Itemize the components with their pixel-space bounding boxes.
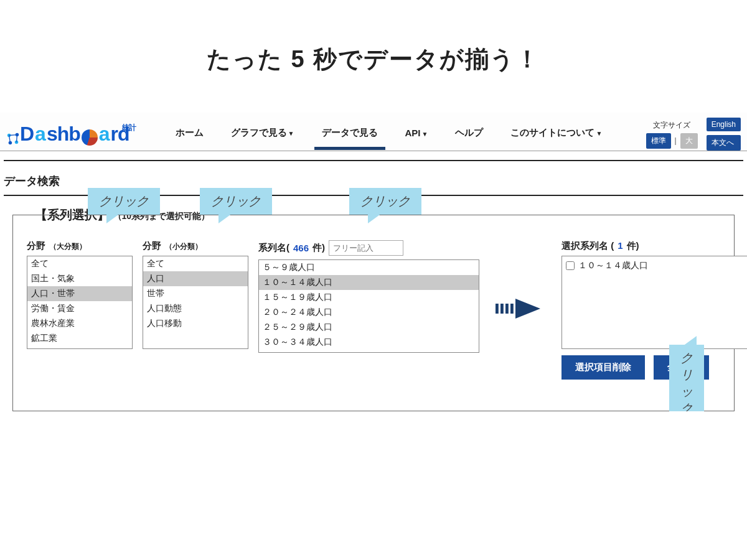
pie-icon bbox=[82, 129, 98, 146]
callout-click: クリック bbox=[349, 188, 421, 215]
list-option[interactable]: 鉱工業 bbox=[27, 331, 132, 346]
nav: ホーム グラフで見る▼ データで見る API▼ ヘルプ このサイトについて▼ bbox=[173, 118, 605, 150]
minor-label: 分野 bbox=[143, 240, 161, 252]
list-option[interactable]: ３５～３９歳人口 bbox=[259, 350, 479, 353]
list-option[interactable]: ２０～２４歳人口 bbox=[259, 305, 479, 320]
list-option[interactable]: 人口移動 bbox=[143, 316, 248, 331]
arrow-icon bbox=[496, 296, 545, 324]
major-listbox[interactable]: 全て国土・気象人口・世帯労働・賃金農林水産業鉱工業商業・サービス業 bbox=[27, 256, 133, 349]
minor-sublabel: （小分類） bbox=[165, 241, 202, 252]
font-size-standard-button[interactable]: 標準 bbox=[646, 133, 671, 149]
callout-click: クリック bbox=[669, 345, 704, 411]
selected-item-checkbox[interactable] bbox=[566, 261, 575, 270]
chevron-down-icon: ▼ bbox=[422, 131, 428, 138]
selected-item-label: １０～１４歳人口 bbox=[578, 260, 648, 271]
list-option[interactable]: 世帯 bbox=[143, 286, 248, 301]
callout-click: クリック bbox=[88, 188, 160, 215]
list-option[interactable]: ２５～２９歳人口 bbox=[259, 320, 479, 335]
nav-data[interactable]: データで見る bbox=[319, 118, 380, 150]
major-label: 分野 bbox=[27, 240, 45, 252]
font-size-label: 文字サイズ bbox=[646, 120, 698, 131]
series-selection-panel: クリック クリック クリック 分野 （大分類） 全て国土・気象人口・世帯労働・賃… bbox=[12, 215, 735, 411]
svg-rect-7 bbox=[496, 304, 499, 314]
nav-api[interactable]: API▼ bbox=[403, 119, 431, 149]
nav-about[interactable]: このサイトについて▼ bbox=[508, 118, 604, 150]
list-option[interactable]: ５～９歳人口 bbox=[259, 260, 479, 275]
list-option[interactable]: 人口 bbox=[143, 271, 248, 286]
selected-column: 選択系列名 (1件) １０～１４歳人口 選択項目削除 全削除 bbox=[561, 240, 747, 380]
series-count: 466 bbox=[293, 243, 309, 253]
list-option[interactable]: ３０～３４歳人口 bbox=[259, 335, 479, 350]
topbar: Dashbard 統計 ホーム グラフで見る▼ データで見る API▼ ヘルプ … bbox=[0, 113, 747, 151]
svg-line-4 bbox=[9, 135, 17, 136]
svg-line-6 bbox=[17, 135, 17, 142]
svg-marker-11 bbox=[515, 299, 540, 319]
nav-help[interactable]: ヘルプ bbox=[453, 118, 486, 150]
logo[interactable]: Dashbard 統計 bbox=[6, 123, 136, 146]
list-option[interactable]: 労働・賃金 bbox=[27, 301, 132, 316]
selected-item[interactable]: １０～１４歳人口 bbox=[565, 259, 745, 273]
series-label-suffix: 件) bbox=[312, 242, 325, 254]
list-option[interactable]: 国土・気象 bbox=[27, 271, 132, 286]
chevron-down-icon: ▼ bbox=[288, 130, 294, 137]
right-controls: 文字サイズ 標準 | 大 English 本文へ bbox=[646, 118, 741, 151]
font-size-large-button[interactable]: 大 bbox=[680, 133, 698, 149]
series-listbox[interactable]: ５～９歳人口１０～１４歳人口１５～１９歳人口２０～２４歳人口２５～２９歳人口３０… bbox=[258, 259, 479, 353]
list-option[interactable]: 農林水産業 bbox=[27, 316, 132, 331]
divider bbox=[4, 160, 743, 161]
list-option[interactable]: 人口・世帯 bbox=[27, 286, 132, 301]
nav-graph[interactable]: グラフで見る▼ bbox=[228, 118, 297, 150]
nav-home[interactable]: ホーム bbox=[173, 118, 206, 150]
delete-selected-button[interactable]: 選択項目削除 bbox=[561, 355, 645, 380]
selected-count: 1 bbox=[618, 240, 622, 251]
list-option[interactable]: １５～１９歳人口 bbox=[259, 290, 479, 305]
skip-to-body-button[interactable]: 本文へ bbox=[707, 135, 741, 151]
series-column: クリック 系列名(466件) ５～９歳人口１０～１４歳人口１５～１９歳人口２０～… bbox=[258, 240, 479, 353]
headline: たった 5 秒でデータが揃う！ bbox=[0, 44, 747, 75]
callout-click: クリック bbox=[200, 188, 272, 215]
minor-listbox[interactable]: 全て人口世帯人口動態人口移動 bbox=[143, 256, 248, 349]
logo-sup: 統計 bbox=[122, 123, 136, 133]
network-icon bbox=[6, 132, 20, 146]
list-option[interactable]: 全て bbox=[27, 256, 132, 271]
major-category-column: 分野 （大分類） 全て国土・気象人口・世帯労働・賃金農林水産業鉱工業商業・サービ… bbox=[27, 240, 133, 349]
page-title: データ検索 bbox=[4, 174, 743, 189]
chevron-down-icon: ▼ bbox=[596, 130, 602, 137]
selected-label-suffix: 件) bbox=[627, 240, 639, 252]
selected-listbox[interactable]: １０～１４歳人口 bbox=[561, 256, 747, 349]
english-button[interactable]: English bbox=[707, 118, 741, 131]
list-option[interactable]: １０～１４歳人口 bbox=[259, 275, 479, 290]
svg-rect-10 bbox=[510, 304, 514, 314]
list-option[interactable]: 人口動態 bbox=[143, 301, 248, 316]
major-sublabel: （大分類） bbox=[49, 241, 87, 252]
list-option[interactable]: 商業・サービス業 bbox=[27, 346, 132, 349]
series-search-input[interactable] bbox=[329, 240, 403, 256]
separator: | bbox=[675, 136, 677, 145]
svg-rect-8 bbox=[500, 304, 504, 314]
svg-rect-9 bbox=[505, 304, 509, 314]
selected-label-prefix: 選択系列名 ( bbox=[561, 240, 614, 252]
minor-category-column: 分野 （小分類） 全て人口世帯人口動態人口移動 bbox=[143, 240, 248, 349]
series-label-prefix: 系列名( bbox=[258, 242, 289, 254]
list-option[interactable]: 全て bbox=[143, 256, 248, 271]
